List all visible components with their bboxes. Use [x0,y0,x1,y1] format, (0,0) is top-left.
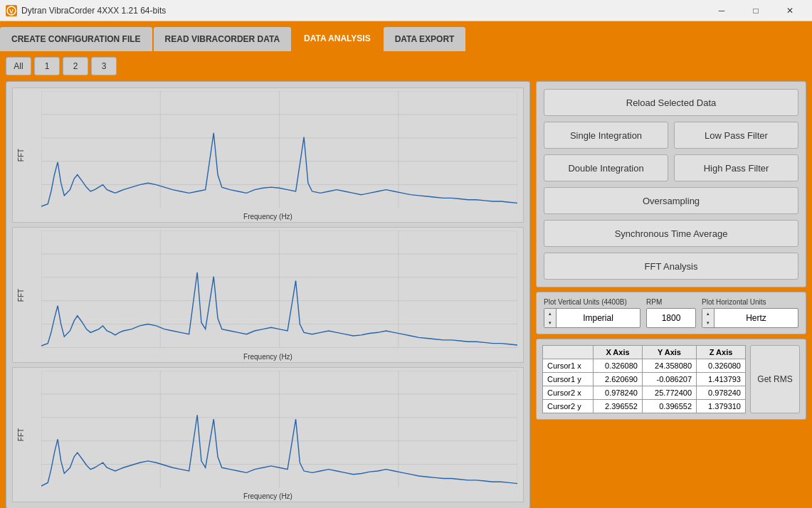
horizontal-units-label: Plot Horizontal Units [702,298,798,306]
sub-tab-3[interactable]: 3 [91,57,117,75]
svg-text:V: V [9,8,14,15]
cursor-row-1-x: 2.620690 [594,373,643,386]
main-content: All 1 2 3 FFT [0,51,812,508]
chart-1: FFT [12,88,524,223]
rpm-label: RPM [646,298,696,306]
cursor-row-0-z: 0.326080 [697,359,746,373]
app-title: Dytran VibraCorder 4XXX 1.21 64-bits [21,6,166,16]
content-area: FFT [6,81,806,508]
minimize-button[interactable]: ─ [705,0,738,21]
cursor-table-row-2: Cursor2 x 0.978240 25.772400 0.978240 [543,386,746,400]
chart-1-inner: FFT [13,88,523,222]
vertical-units-label: Plot Vertical Units (4400B) [544,298,640,306]
cursor-row-3-label: Cursor2 y [543,400,594,413]
cursor-table-header-x: X Axis [594,346,643,359]
sub-tab-1[interactable]: 1 [34,57,60,75]
chart-1-svg: 0.600 0.500 0.400 0.300 0.200 0.000 20 1… [41,91,517,208]
cursor-table-header-z: Z Axis [697,346,746,359]
single-integration-button[interactable]: Single Integration [544,122,668,149]
cursor-row-3-y: 0.396552 [642,400,696,413]
cursor-row-1-z: 1.413793 [697,373,746,386]
rpm-group: RPM [646,298,696,328]
integration-filter-row-2: Double Integration High Pass Filter [544,154,798,181]
horizontal-units-value: Hertz [715,313,798,323]
cursor-row-0-x: 0.326080 [594,359,643,373]
units-row: Plot Vertical Units (4400B) ▴ ▾ Imperial… [536,292,806,334]
integration-filter-row-1: Single Integration Low Pass Filter [544,122,798,149]
horizontal-units-up-button[interactable]: ▴ [702,309,714,318]
cursor-table-wrap: X Axis Y Axis Z Axis Cursor1 x 0.326080 … [542,345,746,413]
title-bar: V Dytran VibraCorder 4XXX 1.21 64-bits ─… [0,0,812,21]
chart-3-y-label: FFT [17,428,25,441]
get-rms-button[interactable]: Get RMS [750,345,800,413]
chart-2: FFT 0.500 0.400 [12,227,524,362]
high-pass-filter-button[interactable]: High Pass Filter [674,154,798,181]
low-pass-filter-button[interactable]: Low Pass Filter [674,122,798,149]
chart-2-svg: 0.500 0.400 0.300 0.200 0.100 0.000 20 1… [41,231,517,347]
rpm-input[interactable] [646,308,696,328]
horizontal-units-down-button[interactable]: ▾ [702,318,714,327]
cursor-row-2-label: Cursor2 x [543,386,594,400]
tabs-bar: CREATE CONFIGURATION FILE READ VIBRACORD… [0,21,812,51]
cursor-table-row-0: Cursor1 x 0.326080 24.358080 0.326080 [543,359,746,373]
chart-3-inner: FFT 0.600 0.500 [13,368,523,502]
chart-1-y-label: FFT [17,149,25,162]
cursor-table-header-y: Y Axis [642,346,696,359]
controls-panel: Reload Selected Data Single Integration … [536,81,806,287]
chart-2-x-label: Frequency (Hz) [243,353,292,361]
vertical-units-spin: ▴ ▾ [544,309,557,327]
charts-panel: FFT [6,81,530,508]
tab-read[interactable]: READ VIBRACORDER DATA [154,27,292,51]
tab-export[interactable]: DATA EXPORT [384,27,466,51]
chart-3-x-label: Frequency (Hz) [243,492,292,500]
cursor-table-row-1: Cursor1 y 2.620690 -0.086207 1.413793 [543,373,746,386]
cursor-row-0-y: 24.358080 [642,359,696,373]
oversampling-button[interactable]: Oversampling [544,187,798,214]
app-icon: V [6,5,17,16]
cursor-row-0-label: Cursor1 x [543,359,594,373]
chart-3: FFT 0.600 0.500 [12,367,524,502]
cursor-row-1-label: Cursor1 y [543,373,594,386]
chart-1-x-label: Frequency (Hz) [243,213,292,221]
double-integration-button[interactable]: Double Integration [544,154,668,181]
cursor-row-1-y: -0.086207 [642,373,696,386]
chart-2-y-label: FFT [17,289,25,302]
title-bar-left: V Dytran VibraCorder 4XXX 1.21 64-bits [6,5,166,16]
cursor-row-3-z: 1.379310 [697,400,746,413]
cursor-row-2-y: 25.772400 [642,386,696,400]
horizontal-units-spin: ▴ ▾ [702,309,715,327]
sub-tab-all[interactable]: All [6,57,31,75]
vertical-units-value: Imperial [557,313,640,323]
tab-analysis[interactable]: DATA ANALYSIS [292,27,382,51]
cursor-section: X Axis Y Axis Z Axis Cursor1 x 0.326080 … [536,339,806,420]
chart-3-svg: 0.600 0.500 0.400 0.300 0.200 0.000 20 1… [41,371,517,487]
cursor-table-row-3: Cursor2 y 2.396552 0.396552 1.379310 [543,400,746,413]
vertical-units-down-button[interactable]: ▾ [544,318,556,327]
close-button[interactable]: ✕ [774,0,806,21]
reload-data-button[interactable]: Reload Selected Data [544,89,798,116]
window-controls: ─ □ ✕ [705,0,806,21]
sub-tab-2[interactable]: 2 [63,57,88,75]
vertical-units-up-button[interactable]: ▴ [544,309,556,318]
vertical-units-group: Plot Vertical Units (4400B) ▴ ▾ Imperial [544,298,640,328]
cursor-row-2-z: 0.978240 [697,386,746,400]
sub-tabs: All 1 2 3 [6,57,806,75]
fft-analysis-button[interactable]: FFT Analysis [544,253,798,280]
chart-2-inner: FFT 0.500 0.400 [13,228,523,361]
cursor-row-2-x: 0.978240 [594,386,643,400]
cursor-row-3-x: 2.396552 [594,400,643,413]
horizontal-units-group: Plot Horizontal Units ▴ ▾ Hertz [702,298,798,328]
maximize-button[interactable]: □ [739,0,772,21]
sync-time-avg-button[interactable]: Synchronous Time Average [544,220,798,247]
right-panel: Reload Selected Data Single Integration … [536,81,806,508]
horizontal-units-input-wrap: ▴ ▾ Hertz [702,308,798,328]
vertical-units-input-wrap: ▴ ▾ Imperial [544,308,640,328]
cursor-table: X Axis Y Axis Z Axis Cursor1 x 0.326080 … [542,345,746,413]
tab-create[interactable]: CREATE CONFIGURATION FILE [0,27,152,51]
cursor-table-header-0 [543,346,594,359]
